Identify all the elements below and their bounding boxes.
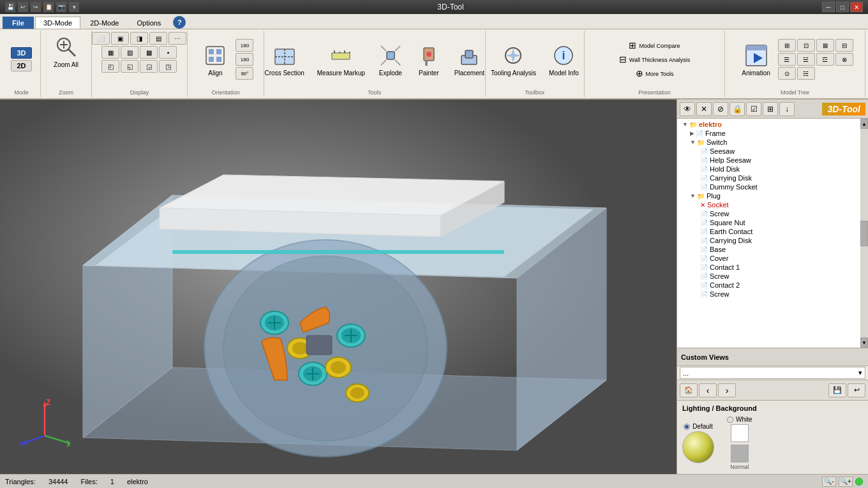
tree-item-help-seesaw[interactable]: 📄 Help Seesaw [677,156,868,165]
painter-button[interactable]: Painter [411,40,447,79]
qa-copy[interactable]: 📋 [43,2,54,12]
tree-item-dummy-socket[interactable]: 📄 Dummy Socket [677,182,868,191]
model-compare-button[interactable]: ⊞ Model Compare [626,39,682,52]
tab-file[interactable]: File [3,17,34,29]
display-btn-2[interactable]: ▣ [111,32,129,45]
model-tree[interactable]: ▼ 📁 elektro ▶ 📄 Frame ▼ 📁 Switch 📄 [677,119,868,348]
mode-3d-button[interactable]: 3D [11,47,31,59]
tree-toggle-frame[interactable]: ▶ [690,130,694,137]
tree-item-carrying-disk[interactable]: 📄 Carrying Disk [677,236,868,245]
panel-close-button[interactable]: ✕ [696,102,712,116]
tooling-analysis-button[interactable]: Tooling Analysis [486,40,541,79]
modeltree-btn9[interactable]: ⊙ [778,67,796,80]
align-button[interactable]: Align [197,40,233,79]
tree-item-switch[interactable]: ▼ 📁 Switch [677,138,868,147]
measure-markup-button[interactable]: Measure Markup [312,40,370,79]
qa-undo[interactable]: ↩ [18,2,28,12]
display-btn-6[interactable]: ▦ [101,46,119,59]
lighting-default-radio[interactable]: Default [684,423,713,430]
tree-item-elektro[interactable]: ▼ 📁 elektro [677,120,868,129]
tree-item-earth-contact[interactable]: 📄 Earth Contact [677,227,868,236]
panel-select-button[interactable]: ☑ [746,102,761,116]
modeltree-btn10[interactable]: ☵ [797,67,815,80]
custom-views-select[interactable]: ... ▾ [680,367,865,379]
model-info-button[interactable]: i Model Info [544,40,584,79]
tree-item-screw3[interactable]: 📄 Screw [677,290,868,299]
tree-scrollbar[interactable]: ▲ ▼ [860,119,868,348]
views-next-btn[interactable]: › [718,383,736,397]
display-btn-10[interactable]: ◰ [101,60,119,73]
panel-arrow-button[interactable]: ↓ [779,102,795,116]
tab-options[interactable]: Options [128,17,169,29]
views-home-btn[interactable]: 🏠 [680,383,698,397]
scroll-up-btn[interactable]: ▲ [860,119,868,129]
modeltree-btn5[interactable]: ☰ [778,53,796,66]
orient-btn-3[interactable]: 90° [236,67,253,80]
tree-item-screw1[interactable]: 📄 Screw [677,209,868,218]
tree-toggle-switch[interactable]: ▼ [690,139,696,145]
orient-btn-2[interactable]: 180 [236,53,253,66]
scroll-thumb[interactable] [860,221,868,246]
white-radio-dot[interactable] [727,417,733,423]
tree-item-base[interactable]: 📄 Base [677,245,868,254]
animation-button[interactable]: Animation [737,40,775,79]
default-radio-dot[interactable] [684,424,690,430]
display-btn-3[interactable]: ◨ [130,32,148,45]
mode-2d-button[interactable]: 2D [11,60,31,71]
modeltree-btn1[interactable]: ⊞ [778,39,796,52]
panel-filter-button[interactable]: ⊘ [713,102,728,116]
lighting-white-radio[interactable]: White [727,416,752,423]
wall-thickness-button[interactable]: ⊟ Wall Thickness Analysis [617,53,693,66]
lighting-sphere[interactable] [682,431,714,463]
display-btn-9[interactable]: ▪ [159,46,177,59]
tree-item-hold-disk[interactable]: 📄 Hold Disk [677,165,868,174]
display-btn-5[interactable]: ⋯ [168,32,186,45]
qa-save[interactable]: 💾 [5,2,15,12]
display-btn-12[interactable]: ◲ [140,60,158,73]
tree-item-screw2[interactable]: 📄 Screw [677,272,868,281]
zoom-all-button[interactable]: Zoom All [49,32,84,71]
tree-item-plug[interactable]: ▼ 📁 Plug [677,191,868,200]
tab-2dmode[interactable]: 2D-Mode [82,17,127,29]
views-save-btn[interactable]: 💾 [828,383,846,397]
modeltree-btn6[interactable]: ☱ [797,53,815,66]
tree-item-frame[interactable]: ▶ 📄 Frame [677,129,868,138]
qa-chevron[interactable]: ▾ [69,2,79,12]
tab-3dmode[interactable]: 3D-Mode [35,17,80,29]
scroll-down-btn[interactable]: ▼ [860,337,868,348]
tree-item-contact2[interactable]: 📄 Contact 2 [677,281,868,290]
orient-btn-1[interactable]: 180 [236,39,253,52]
panel-eye-button[interactable]: 👁 [680,102,695,116]
status-zoom-in[interactable]: 🔍+ [839,477,853,487]
views-undo-btn[interactable]: ↩ [848,383,865,397]
tree-item-square-nut[interactable]: 📄 Square Nut [677,218,868,227]
tree-item-socket[interactable]: ✕ Socket [677,200,868,209]
3d-viewport[interactable]: Z X Y [0,100,677,474]
modeltree-btn8[interactable]: ⊗ [835,53,853,66]
modeltree-btn2[interactable]: ⊡ [797,39,815,52]
tree-item-cover[interactable]: 📄 Cover [677,254,868,263]
panel-link-button[interactable]: ⊞ [763,102,778,116]
close-button[interactable]: ✕ [850,2,863,12]
display-btn-1[interactable]: ⬜ [92,32,110,45]
tree-item-contact1[interactable]: 📄 Contact 1 [677,263,868,272]
tree-toggle-elektro[interactable]: ▼ [682,121,688,128]
placement-button[interactable]: Placement [449,40,490,79]
display-btn-11[interactable]: ◱ [121,60,138,73]
status-zoom-out[interactable]: 🔍- [822,477,836,487]
display-btn-13[interactable]: ◳ [159,60,177,73]
cross-section-button[interactable]: Cross Section [260,40,310,79]
minimize-button[interactable]: ─ [822,2,835,12]
explode-button[interactable]: Explode [373,40,408,79]
display-btn-7[interactable]: ▧ [121,46,138,59]
maximize-button[interactable]: □ [836,2,849,12]
qa-redo[interactable]: ↪ [31,2,41,12]
views-prev-btn[interactable]: ‹ [699,383,717,397]
tree-toggle-plug[interactable]: ▼ [690,193,696,199]
panel-lock-button[interactable]: 🔒 [730,102,745,116]
modeltree-btn4[interactable]: ⊟ [835,39,853,52]
qa-camera[interactable]: 📷 [56,2,66,12]
modeltree-btn3[interactable]: ⊠ [816,39,834,52]
display-btn-8[interactable]: ▩ [140,46,158,59]
tree-item-carrying-disk-sw[interactable]: 📄 Carrying Disk [677,174,868,182]
